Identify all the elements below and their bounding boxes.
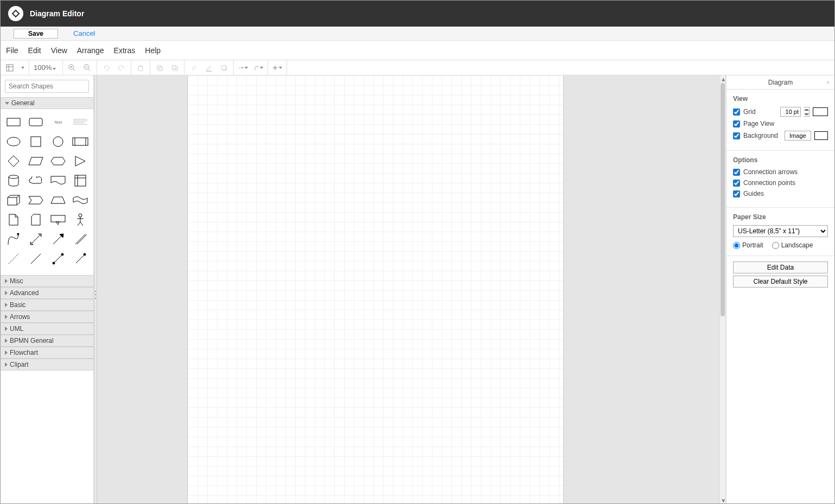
shape-actor[interactable]	[71, 213, 89, 226]
shape-trapezoid[interactable]	[49, 194, 67, 207]
svg-marker-55	[51, 197, 65, 203]
shape-square[interactable]	[27, 135, 45, 148]
grid-size-input[interactable]	[780, 107, 801, 117]
shape-bidirectional-arrow[interactable]	[27, 233, 45, 246]
diagram-page[interactable]	[187, 75, 564, 503]
grid-color-swatch[interactable]	[813, 107, 828, 116]
edit-data-button[interactable]: Edit Data	[733, 261, 828, 273]
shape-cylinder[interactable]	[5, 174, 23, 187]
shape-cloud[interactable]	[27, 174, 45, 187]
fill-color-icon[interactable]	[189, 63, 199, 73]
paper-heading: Paper Size	[733, 213, 828, 221]
shape-card[interactable]	[27, 213, 45, 226]
svg-marker-25	[257, 66, 258, 67]
format-tab-diagram[interactable]: Diagram ×	[726, 75, 834, 90]
shape-hexagon[interactable]	[49, 155, 67, 168]
section-options: Options Connection arrows Connection poi…	[726, 151, 834, 208]
palette-header-arrows[interactable]: Arrows	[1, 311, 93, 323]
menu-view[interactable]: View	[51, 46, 67, 55]
shape-dotted-line[interactable]	[5, 252, 23, 265]
scroll-thumb[interactable]	[721, 83, 725, 316]
shape-dashed-line[interactable]	[71, 233, 89, 246]
search-shapes-box[interactable]	[5, 80, 89, 93]
palette-header-clipart[interactable]: Clipart	[1, 359, 93, 371]
shape-note[interactable]	[5, 213, 23, 226]
close-panel-icon[interactable]: ×	[826, 78, 830, 87]
shape-document[interactable]	[49, 174, 67, 187]
grid-size-stepper[interactable]	[804, 107, 809, 117]
connection-arrows-checkbox[interactable]	[733, 169, 740, 176]
background-image-button[interactable]: Image	[785, 131, 811, 141]
clear-default-style-button[interactable]: Clear Default Style	[733, 276, 828, 288]
view-heading: View	[733, 95, 828, 103]
to-front-icon[interactable]	[155, 63, 164, 73]
search-shapes-input[interactable]	[9, 82, 90, 90]
shape-triangle[interactable]	[71, 155, 89, 168]
connection-style-icon[interactable]	[238, 63, 248, 73]
menu-arrange[interactable]: Arrange	[77, 46, 104, 55]
shape-ellipse[interactable]	[5, 135, 23, 148]
orientation-portrait[interactable]: Portrait	[733, 241, 763, 249]
shape-circle[interactable]	[49, 135, 67, 148]
menu-edit[interactable]: Edit	[28, 46, 41, 55]
shape-cube[interactable]	[5, 194, 23, 207]
zoom-out-icon[interactable]	[82, 63, 92, 73]
shape-textbox[interactable]	[71, 116, 89, 129]
shape-diamond[interactable]	[5, 155, 23, 168]
scroll-down-icon[interactable]: ▾	[720, 497, 726, 503]
orientation-landscape[interactable]: Landscape	[772, 241, 813, 249]
menu-file[interactable]: File	[6, 46, 18, 55]
shape-curve[interactable]	[5, 233, 23, 246]
to-back-icon[interactable]	[170, 63, 180, 73]
palette-header-flowchart[interactable]: Flowchart	[1, 347, 93, 359]
undo-icon[interactable]	[101, 63, 111, 73]
canvas-area[interactable]: ▴ ▾	[97, 75, 726, 503]
line-color-icon[interactable]	[204, 63, 214, 73]
connection-points-label: Connection points	[743, 179, 795, 187]
shape-bidir-connector[interactable]	[49, 252, 67, 265]
shape-directional-connector[interactable]	[71, 252, 89, 265]
menu-extras[interactable]: Extras	[114, 46, 136, 55]
palette-header-basic[interactable]: Basic	[1, 299, 93, 311]
cancel-link[interactable]: Cancel	[73, 29, 95, 37]
zoom-level[interactable]: 100%	[34, 63, 58, 72]
shape-arrow[interactable]	[49, 233, 67, 246]
shape-tape[interactable]	[71, 194, 89, 207]
palette-header-advanced[interactable]: Advanced	[1, 287, 93, 299]
connection-points-checkbox[interactable]	[733, 180, 740, 187]
canvas-scrollbar[interactable]: ▴ ▾	[719, 75, 726, 503]
shape-internal-storage[interactable]	[71, 174, 89, 187]
shape-rectangle[interactable]	[5, 116, 23, 129]
page-setup-icon[interactable]	[5, 63, 15, 73]
shape-parallelogram[interactable]	[27, 155, 45, 168]
pageview-checkbox[interactable]	[733, 120, 740, 127]
menu-bar: File Edit View Arrange Extras Help	[1, 41, 834, 60]
shadow-icon[interactable]	[219, 63, 229, 73]
zoom-in-icon[interactable]	[67, 63, 77, 73]
shape-rounded-rectangle[interactable]	[27, 116, 45, 129]
grid-checkbox[interactable]	[733, 109, 740, 116]
shape-text[interactable]: Text	[49, 116, 67, 129]
background-checkbox[interactable]	[733, 132, 740, 139]
shape-step[interactable]	[27, 194, 45, 207]
palette-header-misc[interactable]: Misc	[1, 275, 93, 287]
delete-icon[interactable]	[136, 63, 145, 73]
svg-line-62	[80, 222, 83, 226]
insert-icon[interactable]	[272, 63, 282, 73]
scroll-up-icon[interactable]: ▴	[720, 75, 726, 82]
palette-header-general[interactable]: General	[1, 97, 93, 109]
palette-header-uml[interactable]: UML	[1, 323, 93, 335]
redo-icon[interactable]	[117, 63, 126, 73]
shape-process[interactable]	[71, 135, 89, 148]
svg-line-73	[54, 254, 62, 263]
palette-header-bpmn[interactable]: BPMN General	[1, 335, 93, 347]
background-color-swatch[interactable]	[814, 131, 828, 140]
save-button[interactable]: Save	[14, 29, 58, 39]
svg-marker-24	[242, 67, 244, 68]
waypoint-style-icon[interactable]	[253, 63, 263, 73]
shape-line[interactable]	[27, 252, 45, 265]
paper-size-select[interactable]: US-Letter (8,5" x 11")	[733, 225, 828, 237]
guides-checkbox[interactable]	[733, 190, 740, 197]
shape-callout[interactable]	[49, 213, 67, 226]
menu-help[interactable]: Help	[145, 46, 161, 55]
